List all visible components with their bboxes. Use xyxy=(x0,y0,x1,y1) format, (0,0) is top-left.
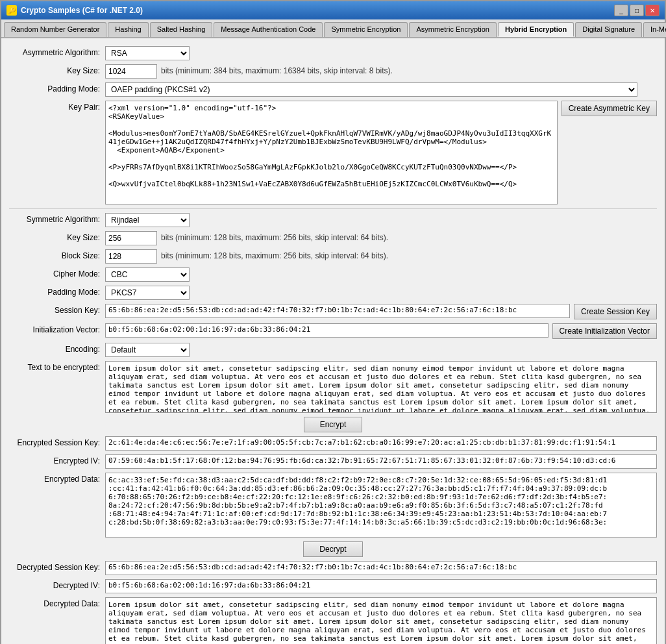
window-controls: _ □ ✕ xyxy=(614,5,660,16)
tab-symmetric-encryption[interactable]: Symmetric Encryption xyxy=(324,22,408,37)
title-bar: 🔑 Crypto Samples (C# for .NET 2.0) _ □ ✕ xyxy=(1,1,665,19)
content-area: Asymmetric Algorithm: RSA Key Size: bits… xyxy=(1,38,665,644)
enc-iv-label: Encrypted IV: xyxy=(9,454,100,465)
asym-key-size-controls: bits (minimum: 384 bits, maximum: 16384 … xyxy=(105,64,657,79)
minimize-button[interactable]: _ xyxy=(614,5,628,16)
create-session-key-button[interactable]: Create Session Key xyxy=(574,304,657,319)
symmetric-algorithm-label: Symmetric Algorithm: xyxy=(9,213,100,224)
encoding-row: Encoding: Default xyxy=(9,343,657,357)
enc-data-controls xyxy=(105,473,657,538)
dec-data-label: Decrypted Data: xyxy=(9,597,100,608)
encrypt-button[interactable]: Encrypt xyxy=(304,417,363,432)
close-button[interactable]: ✕ xyxy=(645,5,660,16)
dec-session-key-row: Decrypted Session Key: 65:6b:86:ea:2e:d5… xyxy=(9,561,657,575)
decrypt-button[interactable]: Decrypt xyxy=(303,541,362,557)
sym-key-size-input[interactable] xyxy=(105,231,157,245)
enc-data-label: Encrypted Data: xyxy=(9,473,100,484)
asym-padding-label: Padding Mode: xyxy=(9,82,100,93)
block-size-desc: bits (minimum: 128 bits, maximum: 256 bi… xyxy=(161,249,388,260)
asymmetric-algorithm-label: Asymmetric Algorithm: xyxy=(9,46,100,57)
tab-random-number-generator[interactable]: Random Number Generator xyxy=(4,22,106,37)
session-key-label: Session Key: xyxy=(9,304,100,315)
iv-label: Initialization Vector: xyxy=(9,323,100,334)
enc-data-textarea[interactable] xyxy=(105,473,657,538)
enc-session-key-row: Encrypted Session Key: 2c:61:4e:da:4e:c6… xyxy=(9,436,657,451)
enc-iv-controls: 07:59:60:4a:b1:5f:17:68:0f:12:ba:94:76:9… xyxy=(105,454,657,469)
key-pair-label: Key Pair: xyxy=(9,101,100,112)
block-size-controls: bits (minimum: 128 bits, maximum: 256 bi… xyxy=(105,249,657,264)
sym-key-size-label: Key Size: xyxy=(9,231,100,242)
text-to-encrypt-label: Text to be encrypted: xyxy=(9,361,100,372)
cipher-mode-row: Cipher Mode: CBC xyxy=(9,267,657,282)
asym-key-size-desc: bits (minimum: 384 bits, maximum: 16384 … xyxy=(161,64,393,75)
asym-key-size-input[interactable] xyxy=(105,64,157,79)
symmetric-algorithm-select[interactable]: Rijndael xyxy=(105,213,190,227)
text-to-encrypt-textarea[interactable] xyxy=(105,361,657,413)
enc-session-key-label: Encrypted Session Key: xyxy=(9,436,100,447)
iv-row: Initialization Vector: b0:f5:6b:68:6a:02… xyxy=(9,323,657,339)
asym-key-size-label: Key Size: xyxy=(9,64,100,75)
asymmetric-algorithm-row: Asymmetric Algorithm: RSA xyxy=(9,46,657,60)
create-asymmetric-key-button[interactable]: Create Asymmetric Key xyxy=(561,101,657,116)
cipher-mode-select[interactable]: CBC xyxy=(105,267,190,282)
sym-key-size-desc: bits (minimum: 128 bits, maximum: 256 bi… xyxy=(161,231,388,242)
key-pair-row: Key Pair: Create Asymmetric Key xyxy=(9,101,657,204)
enc-iv-value: 07:59:60:4a:b1:5f:17:68:0f:12:ba:94:76:9… xyxy=(105,454,657,469)
dec-iv-row: Decrypted IV: b0:f5:6b:68:6a:02:00:1d:16… xyxy=(9,579,657,593)
encoding-label: Encoding: xyxy=(9,343,100,354)
dec-session-key-controls: 65:6b:86:ea:2e:d5:56:53:db:cd:ad:ad:42:f… xyxy=(105,561,657,575)
dec-data-controls xyxy=(105,597,657,644)
tab-in-memory-protection[interactable]: In-Memory Protection xyxy=(643,22,666,37)
asym-padding-row: Padding Mode: OAEP padding (PKCS#1 v2) xyxy=(9,82,657,97)
text-to-encrypt-row: Text to be encrypted: xyxy=(9,361,657,413)
session-key-row: Session Key: 65:6b:86:ea:2e:d5:56:53:db:… xyxy=(9,304,657,319)
encrypt-btn-row: Encrypt xyxy=(9,417,657,432)
enc-session-key-controls: 2c:61:4e:da:4e:c6:ec:56:7e:e7:1f:a9:00:0… xyxy=(105,436,657,451)
sym-padding-controls: PKCS7 xyxy=(105,286,657,300)
tab-hybrid-encryption[interactable]: Hybrid Encryption xyxy=(498,22,574,37)
key-pair-textarea[interactable] xyxy=(105,101,558,204)
dec-data-row: Decrypted Data: xyxy=(9,597,657,644)
sym-padding-row: Padding Mode: PKCS7 xyxy=(9,286,657,300)
tab-hashing[interactable]: Hashing xyxy=(108,22,148,37)
asym-padding-select[interactable]: OAEP padding (PKCS#1 v2) xyxy=(105,82,637,97)
app-icon: 🔑 xyxy=(6,5,17,16)
dec-iv-controls: b0:f5:6b:68:6a:02:00:1d:16:97:da:6b:33:8… xyxy=(105,579,657,593)
symmetric-algorithm-row: Symmetric Algorithm: Rijndael xyxy=(9,213,657,227)
session-key-value: 65:6b:86:ea:2e:d5:56:53:db:cd:ad:ad:42:f… xyxy=(105,304,570,318)
block-size-row: Block Size: bits (minimum: 128 bits, max… xyxy=(9,249,657,264)
block-size-input[interactable] xyxy=(105,249,157,264)
cipher-mode-label: Cipher Mode: xyxy=(9,267,100,279)
key-pair-container: Create Asymmetric Key xyxy=(105,101,657,204)
create-iv-button[interactable]: Create Initialization Vector xyxy=(552,323,657,339)
symmetric-algorithm-controls: Rijndael xyxy=(105,213,657,227)
dec-session-key-label: Decrypted Session Key: xyxy=(9,561,100,572)
enc-iv-row: Encrypted IV: 07:59:60:4a:b1:5f:17:68:0f… xyxy=(9,454,657,469)
tab-digital-signature[interactable]: Digital Signature xyxy=(575,22,642,37)
enc-session-key-value: 2c:61:4e:da:4e:c6:ec:56:7e:e7:1f:a9:00:0… xyxy=(105,436,657,451)
dec-data-textarea[interactable] xyxy=(105,597,657,644)
iv-controls: b0:f5:6b:68:6a:02:00:1d:16:97:da:6b:33:8… xyxy=(105,323,657,339)
dec-iv-label: Decrypted IV: xyxy=(9,579,100,590)
encoding-select[interactable]: Default xyxy=(105,343,190,357)
tab-salted-hashing[interactable]: Salted Hashing xyxy=(150,22,213,37)
decrypt-btn-row: Decrypt xyxy=(9,541,657,557)
enc-data-row: Encrypted Data: xyxy=(9,473,657,538)
block-size-label: Block Size: xyxy=(9,249,100,260)
asym-key-size-row: Key Size: bits (minimum: 384 bits, maxim… xyxy=(9,64,657,79)
section-divider-1 xyxy=(9,208,657,209)
asymmetric-algorithm-controls: RSA xyxy=(105,46,657,60)
sym-padding-select[interactable]: PKCS7 xyxy=(105,286,190,300)
tab-message-authentication-code[interactable]: Message Authentication Code xyxy=(214,22,323,37)
tab-asymmetric-encryption[interactable]: Asymmetric Encryption xyxy=(409,22,496,37)
text-to-encrypt-controls xyxy=(105,361,657,413)
tab-bar: Random Number Generator Hashing Salted H… xyxy=(1,19,665,38)
dec-iv-value: b0:f5:6b:68:6a:02:00:1d:16:97:da:6b:33:8… xyxy=(105,579,657,593)
iv-value: b0:f5:6b:68:6a:02:00:1d:16:97:da:6b:33:8… xyxy=(105,323,549,338)
maximize-button[interactable]: □ xyxy=(630,5,644,16)
asym-padding-controls: OAEP padding (PKCS#1 v2) xyxy=(105,82,657,97)
sym-padding-label: Padding Mode: xyxy=(9,286,100,297)
sym-key-size-row: Key Size: bits (minimum: 128 bits, maxim… xyxy=(9,231,657,245)
session-key-controls: 65:6b:86:ea:2e:d5:56:53:db:cd:ad:ad:42:f… xyxy=(105,304,657,319)
asymmetric-algorithm-select[interactable]: RSA xyxy=(105,46,190,60)
